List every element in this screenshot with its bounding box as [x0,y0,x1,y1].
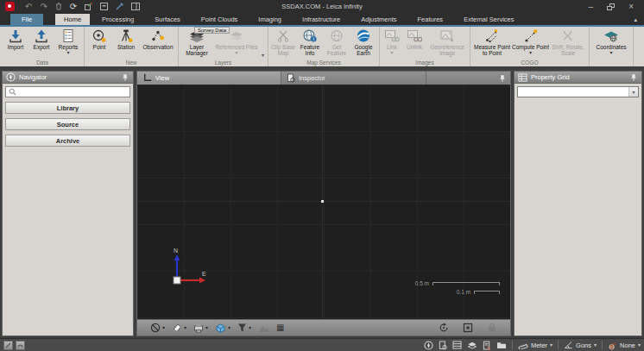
tab-external-services[interactable]: External Services [455,14,522,25]
tab-features[interactable]: Features [409,14,452,25]
measure-point-to-point-button[interactable]: Measure Point to Point [472,28,512,59]
view-mode-3d-button[interactable]: ▾ [212,322,233,335]
archive-box-icon[interactable] [100,3,108,10]
map-viewport[interactable]: N E 0.5 m 0.1 m [137,85,510,319]
tab-surfaces[interactable]: Surfaces [146,14,189,25]
reset-rotation-button[interactable] [436,322,451,334]
inspector-toggle-icon[interactable] [439,341,447,350]
object-selector-combobox[interactable]: ▾ [517,86,639,97]
angle-unit-value: Gons [576,342,591,349]
tab-adjustments[interactable]: Adjustments [352,14,405,25]
clip-base-map-button[interactable]: Clip Base Map [270,28,296,59]
search-input[interactable] [19,89,127,95]
layers-toggle-icon[interactable] [467,341,477,350]
layers-more-dropdown[interactable]: ▾ [260,52,266,59]
navigator-icon [6,72,16,82]
georeference-image-button[interactable]: Georeference Image [426,28,468,59]
axis-orientation-widget: N E [168,245,213,288]
angle-unit-dropdown[interactable]: Gons ▾ [564,341,597,349]
navigator-section-archive[interactable]: Archive [5,135,130,147]
navigator-section-library[interactable]: Library [5,102,130,114]
export-icon [34,28,49,43]
statusbar-separator [558,341,559,349]
grid-toggle-button[interactable]: ▦ [274,323,287,333]
tab-view[interactable]: View [137,72,281,85]
redo-icon[interactable]: ↷ [40,3,47,11]
new-observation-button[interactable]: Observation [140,28,176,59]
compute-point-button[interactable]: Compute Point ▾ [512,28,549,59]
coordinate-system-dropdown[interactable]: None ▾ [608,341,641,350]
chevron-down-icon: ▾ [550,342,552,348]
chevron-down-icon: ▾ [594,342,597,348]
statusbar-mini-button-2[interactable] [16,341,25,350]
background-image-button[interactable] [256,323,272,334]
zoom-extents-button[interactable] [460,322,476,334]
grid-icon: ▦ [276,323,284,332]
link-image-button[interactable]: Link ▾ [382,28,402,59]
window-controls: – × [589,3,639,11]
unlink-label: Unlink [402,44,426,50]
dropdown-arrow-icon: ▾ [391,50,394,55]
get-feature-button[interactable]: Get Feature [324,28,350,59]
statusbar-mini-button-1[interactable] [3,341,13,350]
property-grid-toggle-icon[interactable] [452,341,462,349]
import-button[interactable]: Import [3,28,28,59]
coordinate-system-globe-icon [608,341,617,350]
snap-settings-button[interactable]: ▾ [148,322,167,334]
navigator-header[interactable]: Navigator [2,71,134,84]
close-button[interactable]: × [628,3,634,11]
app-logo-icon[interactable] [5,2,15,11]
ribbon-group-images: Link ▾ Unlink Georeference Image Images [380,27,470,66]
sync-icon[interactable]: ⟳ [70,3,77,11]
tab-processing[interactable]: Processing [93,14,142,25]
reports-button[interactable]: Reports ▾ [54,28,82,59]
chevron-down-icon[interactable]: ▾ [628,87,638,97]
shift-rotate-scale-button[interactable]: Shift, Rotate, Scale [549,28,587,59]
filter-button[interactable]: ▾ [235,322,254,334]
send-to-field-icon[interactable] [85,3,92,10]
dropdown-arrow-icon: ▾ [228,325,230,330]
delete-icon[interactable] [55,3,62,10]
navigator-toggle-icon[interactable] [424,341,433,350]
export-button[interactable]: Export [28,28,54,59]
navigator-section-source[interactable]: Source [5,118,130,130]
new-point-button[interactable]: Point [86,28,112,59]
group-label-coordinates [591,59,631,66]
google-earth-button[interactable]: Google Earth [350,28,377,59]
coordinates-button[interactable]: Coordinates ▾ [591,28,631,59]
navigator-searchbox[interactable] [5,86,130,97]
undo-icon[interactable]: ↶ [25,3,32,11]
distance-unit-dropdown[interactable]: Meter ▾ [518,342,552,349]
select-tool-button[interactable]: ▾ [169,322,189,334]
pin-icon[interactable] [121,73,129,82]
pin-icon[interactable] [498,74,507,83]
tab-home[interactable]: Home [55,14,90,25]
tab-imaging[interactable]: Imaging [249,14,290,25]
ribbon-collapse-icon[interactable]: ▴ [634,16,637,25]
display-settings-button[interactable]: ▾ [191,322,211,334]
tab-infrastructure[interactable]: Infrastructure [294,14,349,25]
restore-button[interactable] [607,3,615,10]
tools-icon[interactable] [116,3,123,10]
origin-point [321,200,324,203]
feature-info-button[interactable]: i Feature Info [296,28,324,59]
station-icon [118,28,134,43]
link-label: Link [382,44,402,50]
window-layout-icon[interactable] [131,3,140,10]
minimize-button[interactable]: – [589,3,594,11]
project-toggle-icon[interactable] [496,341,507,349]
property-grid-header[interactable]: Property Grid [514,71,642,84]
shift-rotate-scale-label: Shift, Rotate, Scale [549,44,587,57]
view-lock-button[interactable] [484,322,500,334]
pin-icon[interactable] [629,73,638,82]
tab-file[interactable]: File [10,14,43,25]
tab-inspector[interactable]: Inspector [281,72,426,85]
compute-point-icon [523,28,539,43]
new-station-button[interactable]: Station [112,28,140,59]
unlink-image-button[interactable]: Unlink [402,28,426,59]
tab-point-clouds[interactable]: Point Clouds [193,14,247,25]
new-point-label: Point [86,44,112,50]
export-label: Export [28,44,54,50]
statusbar: Meter ▾ Gons ▾ None ▾ [0,338,644,351]
report-toggle-icon[interactable] [483,341,491,350]
